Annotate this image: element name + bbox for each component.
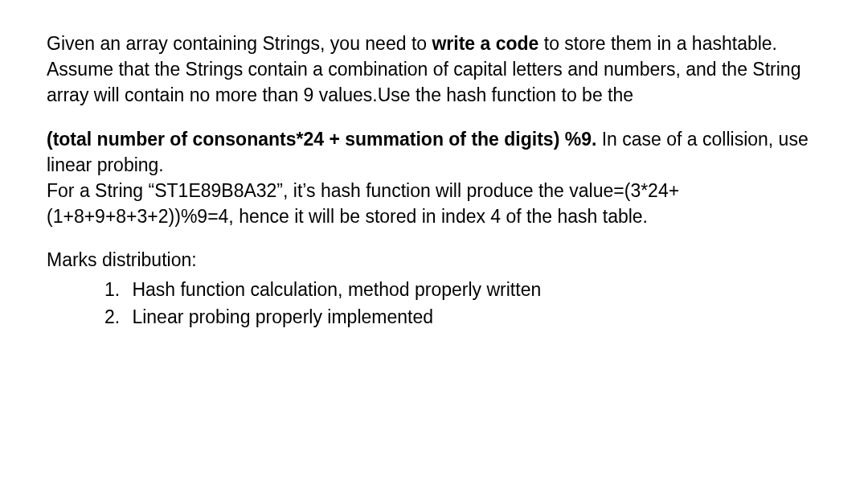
list-item: 1. Hash function calculation, method pro… <box>104 277 812 302</box>
list-number: 2. <box>104 304 127 330</box>
paragraph-intro: Given an array containing Strings, you n… <box>47 31 812 109</box>
intro-prefix: Given an array containing Strings, you n… <box>47 33 432 54</box>
marks-section: Marks distribution: 1. Hash function cal… <box>47 247 812 330</box>
paragraph-hash: (total number of consonants*24 + summati… <box>47 126 812 230</box>
hash-example: For a String “ST1E89B8A32”, it’s hash fu… <box>47 180 679 227</box>
list-text: Linear probing properly implemented <box>132 306 433 327</box>
list-item: 2. Linear probing properly implemented <box>104 304 812 330</box>
intro-bold: write a code <box>432 33 538 54</box>
hash-formula-bold: (total number of consonants*24 + summati… <box>47 129 596 150</box>
list-number: 1. <box>104 277 127 302</box>
list-text: Hash function calculation, method proper… <box>132 279 541 300</box>
marks-list: 1. Hash function calculation, method pro… <box>47 277 812 330</box>
marks-header: Marks distribution: <box>47 247 812 273</box>
